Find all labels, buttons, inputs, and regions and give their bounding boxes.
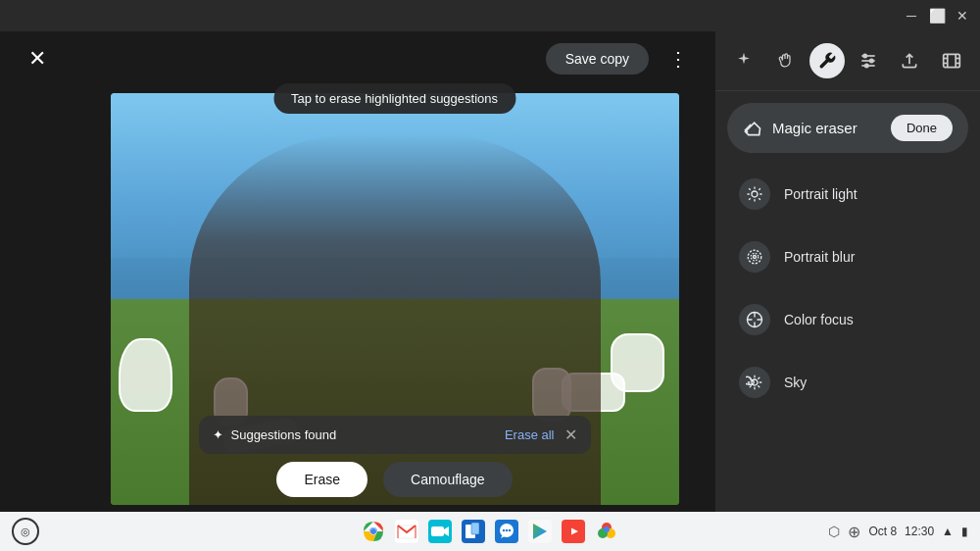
sparkle-nav-icon [734,51,754,71]
magic-eraser-header: Magic eraser Done [727,103,968,153]
done-button[interactable]: Done [891,115,953,141]
minimize-button[interactable]: ─ [902,6,921,25]
top-toolbar: ✕ Save copy ⋮ [0,31,715,86]
suggestions-found-bar: ✦ Suggestions found Erase all ✕ [199,416,591,454]
photos-app-icon[interactable] [593,518,620,545]
suggestions-bar: ✦ Suggestions found Erase all ✕ Erase Ca… [199,416,591,497]
hand-nav-icon [775,51,795,71]
sky-label: Sky [784,375,807,390]
magic-eraser-left: Magic eraser [743,119,858,138]
chrome-app-icon[interactable] [360,518,387,545]
svg-point-14 [748,250,761,264]
status-icon[interactable]: ◎ [12,518,39,545]
close-editor-button[interactable]: ✕ [20,41,55,76]
portrait-light-label: Portrait light [784,186,858,202]
close-window-button[interactable]: ✕ [953,6,972,25]
photo-wrapper: Tap to erase highlighted suggestions [111,93,679,505]
export-nav-icon [900,51,919,71]
svg-rect-6 [943,54,959,67]
editor-area: ✕ Save copy ⋮ Tap to erase highlighted s… [0,31,715,512]
svg-point-33 [509,529,511,531]
sliders-nav-icon [858,51,878,71]
film-nav-icon [942,51,961,71]
eraser-icon [743,119,762,138]
save-copy-button[interactable]: Save copy [546,43,649,75]
color-focus-icon [746,311,763,328]
svg-rect-24 [431,526,444,536]
tool-list: Portrait light Portrait blur [715,157,980,420]
erase-all-button[interactable]: Erase all [505,427,555,442]
svg-point-21 [370,528,376,534]
suggestions-sparkle-icon: ✦ [213,427,223,442]
photo-tooltip: Tap to erase highlighted suggestions [273,83,515,114]
title-bar: ─ ⬜ ✕ [0,0,980,31]
portrait-light-icon [746,185,763,203]
hand-nav-button[interactable] [767,43,803,78]
portrait-blur-label: Portrait blur [784,249,855,265]
portrait-blur-icon-bg [739,241,770,273]
taskbar: ◎ [0,512,980,551]
svg-point-32 [506,529,508,531]
time-label: 12:30 [905,525,934,538]
more-options-button[interactable]: ⋮ [661,41,696,76]
tray-icon[interactable]: ⬡ [828,524,840,539]
main-content: ✕ Save copy ⋮ Tap to erase highlighted s… [0,31,980,512]
svg-point-13 [752,191,758,197]
tools-nav-button[interactable] [809,43,845,78]
photo-container: Tap to erase highlighted suggestions [74,86,715,512]
battery-icon: ▮ [961,525,968,538]
portrait-blur-item[interactable]: Portrait blur [727,227,968,286]
sky-icon [746,374,763,391]
svg-point-15 [751,253,759,261]
svg-point-31 [503,529,505,531]
date-label: Oct 8 [868,525,897,538]
wifi-icon: ▲ [942,525,954,538]
portrait-light-item[interactable]: Portrait light [727,165,968,224]
youtube-app-icon[interactable] [560,518,587,545]
suggestions-actions: Erase all ✕ [505,426,577,444]
suggestions-label: Suggestions found [231,427,337,442]
action-buttons: Erase Camouflage [199,462,591,497]
color-focus-icon-bg [739,304,770,335]
film-nav-button[interactable] [934,43,969,78]
window-controls: ─ ⬜ ✕ [902,6,972,25]
sky-item[interactable]: Sky [727,353,968,412]
color-focus-label: Color focus [784,312,854,327]
svg-point-40 [604,526,610,532]
sparkle-nav-button[interactable] [726,43,761,78]
taskbar-left: ◎ [12,518,39,545]
svg-point-3 [863,54,866,57]
taskbar-right: ⬡ ⊕ Oct 8 12:30 ▲ ▮ [828,523,968,541]
maximize-button[interactable]: ⬜ [927,6,947,25]
right-panel: Magic eraser Done Portrait light [715,31,980,512]
messages-app-icon[interactable] [493,518,520,545]
suggestions-info: ✦ Suggestions found [213,427,337,442]
panel-nav [715,31,980,91]
camouflage-button[interactable]: Camouflage [383,462,513,497]
play-app-icon[interactable] [526,518,554,545]
portrait-blur-icon [746,248,763,266]
svg-point-5 [865,64,868,67]
export-nav-button[interactable] [892,43,927,78]
files-app-icon[interactable] [460,518,487,545]
meet-app-icon[interactable] [426,518,454,545]
silhouette-1 [119,338,172,412]
erase-button[interactable]: Erase [276,462,368,497]
taskbar-center [360,518,620,545]
svg-point-4 [870,59,873,62]
sky-icon-bg [739,367,770,398]
add-icon[interactable]: ⊕ [848,523,860,541]
magic-eraser-label: Magic eraser [772,120,858,136]
close-suggestions-button[interactable]: ✕ [564,426,577,444]
color-focus-item[interactable]: Color focus [727,290,968,349]
svg-point-16 [754,256,757,259]
sliders-nav-button[interactable] [851,43,886,78]
gmail-app-icon[interactable] [393,518,420,545]
portrait-light-icon-bg [739,178,770,210]
svg-rect-27 [471,523,479,534]
tools-nav-icon [817,51,837,71]
toolbar-right: Save copy ⋮ [546,41,696,76]
